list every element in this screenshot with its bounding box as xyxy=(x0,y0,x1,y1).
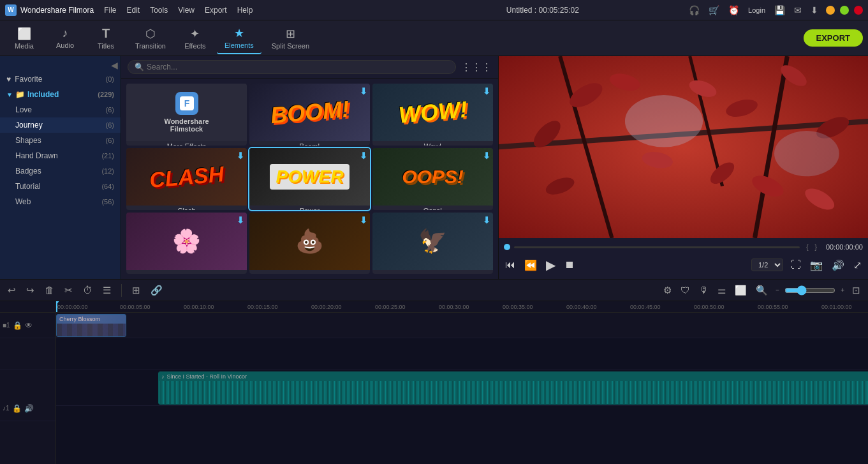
search-input[interactable] xyxy=(147,63,449,71)
element-card-row3-2[interactable]: ⬇ 💩 xyxy=(249,213,370,274)
volume-icon[interactable]: 🔊 xyxy=(830,258,846,273)
splitscreen-label: Split Screen xyxy=(272,42,309,50)
audio-lock-icon[interactable]: 🔒 xyxy=(12,404,22,413)
clash-download-icon[interactable]: ⬇ xyxy=(237,151,244,161)
menu-help[interactable]: Help xyxy=(237,6,253,15)
menu-file[interactable]: File xyxy=(104,6,116,15)
sidebar-item-tutorial[interactable]: Tutorial (64) xyxy=(0,179,121,194)
cut-button[interactable]: ✂ xyxy=(62,283,75,297)
row3-3-download-icon[interactable]: ⬇ xyxy=(483,215,490,225)
timeline: ↩ ↪ 🗑 ✂ ⏱ ☰ ⊞ 🔗 ⚙ 🛡 🎙 ⚌ ⬜ 🔍 − + ⊡ ■ xyxy=(0,279,868,464)
element-card-boom[interactable]: ⬇ BOOM! Boom! xyxy=(249,84,370,146)
minimize-button[interactable]: − xyxy=(826,6,835,15)
add-track-button[interactable]: ⊞ xyxy=(129,283,143,297)
play-button[interactable]: ▶ xyxy=(545,256,557,274)
sidebar-item-shapes[interactable]: Shapes (6) xyxy=(0,133,121,148)
export-button[interactable]: EXPORT xyxy=(804,29,863,47)
track-lock-icon[interactable]: 🔒 xyxy=(13,321,22,330)
sidebar-web-label: Web xyxy=(15,197,101,206)
settings-icon[interactable]: ⚙ xyxy=(661,283,674,297)
toolbar-transition[interactable]: ⬡ Transition xyxy=(128,22,173,54)
menu-edit[interactable]: Edit xyxy=(127,6,140,15)
screenshot-icon[interactable]: 📷 xyxy=(809,258,824,273)
step-back-button[interactable]: ⏮ xyxy=(504,258,517,272)
timeline-dot[interactable] xyxy=(504,244,510,250)
element-card-row3-3[interactable]: ⬇ 🦅 xyxy=(372,213,493,274)
row3-1-download-icon[interactable]: ⬇ xyxy=(237,215,244,225)
svg-point-20 xyxy=(774,131,839,176)
track-eye-icon[interactable]: 👁 xyxy=(25,321,33,330)
maximize-button[interactable]: □ xyxy=(840,6,849,15)
zoom-slider[interactable] xyxy=(784,285,835,296)
eq-icon[interactable]: ⚌ xyxy=(715,283,728,297)
bracket-close: } xyxy=(815,244,817,251)
sidebar-item-love[interactable]: Love (6) xyxy=(0,102,121,117)
zoom-minus[interactable]: − xyxy=(776,287,779,294)
element-card-oops[interactable]: ⬇ OOPS! Oops! xyxy=(372,148,493,210)
element-card-more-effects[interactable]: F WondershareFilmstock More Effects xyxy=(126,84,247,146)
toolbar-elements[interactable]: ★ Elements xyxy=(217,22,261,54)
menu-tools[interactable]: Tools xyxy=(150,6,168,15)
close-button[interactable]: × xyxy=(854,6,863,15)
sidebar-item-web[interactable]: Web (56) xyxy=(0,194,121,209)
cart-icon[interactable]: 🛒 xyxy=(709,5,719,15)
expand-icon[interactable]: ⤢ xyxy=(852,258,863,273)
toolbar-effects[interactable]: ✦ Effects xyxy=(176,22,214,54)
sidebar-item-journey[interactable]: Journey (6) xyxy=(0,117,121,133)
playhead[interactable] xyxy=(56,301,57,312)
oops-download-icon[interactable]: ⬇ xyxy=(483,151,490,161)
clock-icon[interactable]: ⏰ xyxy=(728,5,739,15)
sidebar-journey-count: (6) xyxy=(106,121,114,129)
grid-view-icon[interactable]: ⋮⋮⋮ xyxy=(461,61,492,73)
shield-icon[interactable]: 🛡 xyxy=(678,283,693,297)
element-card-wow[interactable]: ⬇ WOW! Wow! xyxy=(372,84,493,146)
redo-button[interactable]: ↪ xyxy=(24,283,37,297)
timeline-progress[interactable] xyxy=(514,246,800,248)
sidebar-section-included[interactable]: ▼ 📁 Included (229) xyxy=(0,87,121,102)
fullscreen-icon[interactable]: ⛶ xyxy=(790,258,802,272)
element-card-clash[interactable]: ⬇ CLASH Clash xyxy=(126,148,247,210)
save-icon[interactable]: 💾 xyxy=(774,5,785,15)
zoom-out-icon[interactable]: 🔍 xyxy=(753,283,770,297)
menu-view[interactable]: View xyxy=(178,6,195,15)
sidebar-collapse[interactable]: ◀ xyxy=(111,60,118,70)
timer-button[interactable]: ⏱ xyxy=(80,283,95,297)
element-card-power[interactable]: ⬇ POWER Power xyxy=(249,148,370,210)
video-clip-cherry[interactable]: Cherry Blossom xyxy=(56,314,126,337)
element-card-row3-1[interactable]: ⬇ 🌸 xyxy=(126,213,247,274)
menu-button[interactable]: ☰ xyxy=(100,283,114,297)
link-button[interactable]: 🔗 xyxy=(148,283,165,297)
sidebar-item-handdrawn[interactable]: Hand Drawn (21) xyxy=(0,148,121,163)
audio-volume-icon[interactable]: 🔊 xyxy=(24,404,34,413)
toolbar-media[interactable]: ⬜ Media xyxy=(5,22,43,54)
sidebar-shapes-label: Shapes xyxy=(15,136,106,145)
power-download-icon[interactable]: ⬇ xyxy=(360,151,367,161)
wow-download-icon[interactable]: ⬇ xyxy=(483,86,490,96)
sidebar-item-badges[interactable]: Badges (12) xyxy=(0,163,121,179)
login-button[interactable]: Login xyxy=(748,6,765,14)
sidebar-item-favorite[interactable]: ♥ Favorite (0) xyxy=(0,71,121,87)
delete-button[interactable]: 🗑 xyxy=(42,283,57,297)
stop-button[interactable]: ⏹ xyxy=(563,258,576,272)
ratio-select[interactable]: 1/2 1/1 1/4 xyxy=(751,258,783,271)
undo-button[interactable]: ↩ xyxy=(5,283,18,297)
rewind-button[interactable]: ⏪ xyxy=(523,258,538,273)
download-icon[interactable]: ⬇ xyxy=(811,5,818,15)
menu-export[interactable]: Export xyxy=(205,6,227,15)
toolbar-audio[interactable]: ♪ Audio xyxy=(46,22,84,54)
audio-clip-since[interactable]: ♪ Since I Started - Roll In Vinocor xyxy=(158,371,868,405)
preview-video xyxy=(499,56,868,238)
toolbar-splitscreen[interactable]: ⊞ Split Screen xyxy=(264,22,317,54)
mail-icon[interactable]: ✉ xyxy=(794,5,802,15)
boom-download-icon[interactable]: ⬇ xyxy=(360,86,367,96)
row3-1-thumb: ⬇ 🌸 xyxy=(126,213,247,270)
row3-2-download-icon[interactable]: ⬇ xyxy=(360,215,367,225)
zoom-plus[interactable]: + xyxy=(841,287,844,294)
window-title: Untitled : 00:05:25:02 xyxy=(397,6,689,15)
toolbar-titles[interactable]: T Titles xyxy=(87,22,125,54)
captions-icon[interactable]: ⬜ xyxy=(732,283,749,297)
headphones-icon[interactable]: 🎧 xyxy=(689,5,700,15)
ruler-tc-11: 00:00:55:00 xyxy=(758,304,788,310)
fit-icon[interactable]: ⊡ xyxy=(850,283,863,297)
mic-icon[interactable]: 🎙 xyxy=(696,283,711,297)
